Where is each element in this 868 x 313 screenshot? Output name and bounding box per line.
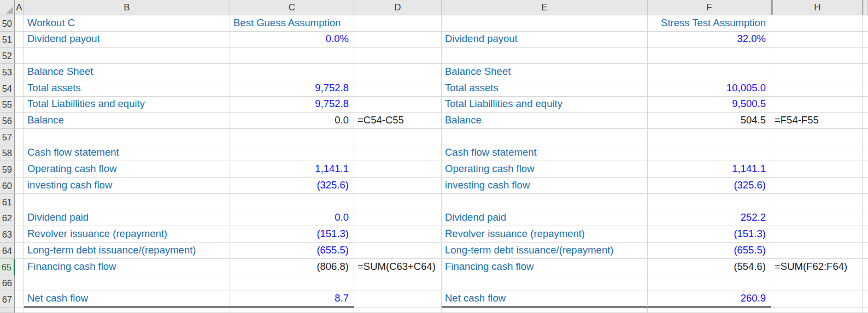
row-header-59[interactable]: 59 bbox=[0, 161, 15, 178]
cell-B51[interactable]: Dividend payout bbox=[24, 32, 230, 48]
cell-C64[interactable]: (655.5) bbox=[230, 243, 354, 259]
row-header-65[interactable]: 65 bbox=[0, 259, 15, 275]
cell-C60[interactable]: (325.6) bbox=[230, 178, 354, 194]
cell-D65[interactable]: =SUM(C63+C64) bbox=[354, 259, 442, 275]
row-header-52[interactable]: 52 bbox=[0, 48, 15, 64]
col-header-F[interactable]: F bbox=[648, 0, 771, 15]
cell-F62[interactable]: 252.2 bbox=[648, 210, 771, 227]
cell-C52[interactable] bbox=[230, 48, 354, 64]
row-header-51[interactable]: 51 bbox=[0, 32, 15, 48]
row-header-50[interactable]: 50 bbox=[0, 15, 15, 32]
cell-B65[interactable]: Financing cash flow bbox=[24, 259, 230, 275]
cell-C62[interactable]: 0.0 bbox=[230, 210, 354, 227]
cell-H64[interactable] bbox=[771, 243, 863, 259]
cell-B55[interactable]: Total Liabillities and equity bbox=[24, 97, 230, 113]
cell-edge51[interactable] bbox=[863, 32, 868, 48]
cell-F59[interactable]: 1,141.1 bbox=[648, 161, 771, 178]
row-header-57[interactable]: 57 bbox=[0, 129, 15, 145]
cell-B60[interactable]: investing cash flow bbox=[24, 178, 230, 194]
cell-F52[interactable] bbox=[648, 48, 771, 64]
cell-H66[interactable] bbox=[771, 275, 863, 292]
cell-B63[interactable]: Revolver issuance (repayment) bbox=[24, 226, 230, 243]
cell-A66[interactable] bbox=[15, 275, 24, 292]
cell-edge58[interactable] bbox=[863, 145, 868, 162]
cell-F50[interactable]: Stress Test Assumption bbox=[648, 15, 771, 32]
cell-H65[interactable]: =SUM(F62:F64) bbox=[771, 259, 863, 275]
cell-E67[interactable]: Net cash flow bbox=[442, 291, 648, 308]
cell-C67[interactable]: 8.7 bbox=[230, 291, 354, 308]
cell-B58[interactable]: Cash flow statement bbox=[24, 145, 230, 162]
cell-B[interactable] bbox=[24, 308, 230, 313]
cell-B52[interactable] bbox=[24, 48, 230, 64]
cell-H58[interactable] bbox=[771, 145, 863, 162]
cell-C59[interactable]: 1,141.1 bbox=[230, 161, 354, 178]
cell-E54[interactable]: Total assets bbox=[442, 80, 648, 97]
cell-C[interactable] bbox=[230, 308, 354, 313]
cell-H63[interactable] bbox=[771, 226, 863, 243]
cell-E63[interactable]: Revolver issuance (repayment) bbox=[442, 226, 648, 243]
cell-A64[interactable] bbox=[15, 243, 24, 259]
cell-B50[interactable]: Workout C bbox=[24, 15, 230, 32]
col-header-B[interactable]: B bbox=[24, 0, 230, 15]
cell-edge66[interactable] bbox=[863, 275, 868, 292]
cell-D52[interactable] bbox=[354, 48, 442, 64]
cell-E62[interactable]: Dividend paid bbox=[442, 210, 648, 227]
cell-F64[interactable]: (655.5) bbox=[648, 243, 771, 259]
cell-E59[interactable]: Operating cash flow bbox=[442, 161, 648, 178]
cell-A52[interactable] bbox=[15, 48, 24, 64]
cell-B59[interactable]: Operating cash flow bbox=[24, 161, 230, 178]
cell-E66[interactable] bbox=[442, 275, 648, 292]
cell-H55[interactable] bbox=[771, 97, 863, 113]
cell-F[interactable] bbox=[648, 308, 771, 313]
row-header-64[interactable]: 64 bbox=[0, 243, 15, 259]
col-header-H[interactable]: H bbox=[771, 0, 863, 15]
cell-A55[interactable] bbox=[15, 97, 24, 113]
cell-A56[interactable] bbox=[15, 113, 24, 129]
cell-F55[interactable]: 9,500.5 bbox=[648, 97, 771, 113]
cell-D63[interactable] bbox=[354, 226, 442, 243]
cell-edge56[interactable] bbox=[863, 113, 868, 129]
cell-C58[interactable] bbox=[230, 145, 354, 162]
cell-F63[interactable]: (151.3) bbox=[648, 226, 771, 243]
cell-C61[interactable] bbox=[230, 194, 354, 210]
cell-D57[interactable] bbox=[354, 129, 442, 145]
cell-A63[interactable] bbox=[15, 226, 24, 243]
cell-edge53[interactable] bbox=[863, 64, 868, 80]
cell-edge61[interactable] bbox=[863, 194, 868, 210]
cell-D60[interactable] bbox=[354, 178, 442, 194]
cell-A58[interactable] bbox=[15, 145, 24, 162]
cell-C55[interactable]: 9,752.8 bbox=[230, 97, 354, 113]
cell-H61[interactable] bbox=[771, 194, 863, 210]
cell-E52[interactable] bbox=[442, 48, 648, 64]
cell-edge[interactable] bbox=[863, 308, 868, 313]
cell-C57[interactable] bbox=[230, 129, 354, 145]
row-header-53[interactable]: 53 bbox=[0, 64, 15, 80]
cell-A62[interactable] bbox=[15, 210, 24, 227]
cell-C56[interactable]: 0.0 bbox=[230, 113, 354, 129]
row-header-62[interactable]: 62 bbox=[0, 210, 15, 227]
select-all-corner[interactable] bbox=[0, 0, 15, 15]
cell-A51[interactable] bbox=[15, 32, 24, 48]
cell-H52[interactable] bbox=[771, 48, 863, 64]
cell-F53[interactable] bbox=[648, 64, 771, 80]
cell-edge67[interactable] bbox=[863, 291, 868, 308]
row-header-55[interactable]: 55 bbox=[0, 97, 15, 113]
cell-F60[interactable]: (325.6) bbox=[648, 178, 771, 194]
cell-D56[interactable]: =C54-C55 bbox=[354, 113, 442, 129]
cell-H59[interactable] bbox=[771, 161, 863, 178]
cell-A67[interactable] bbox=[15, 291, 24, 308]
cell-H67[interactable] bbox=[771, 291, 863, 308]
cell-B67[interactable]: Net cash flow bbox=[24, 291, 230, 308]
cell-E[interactable] bbox=[442, 308, 648, 313]
cell-H60[interactable] bbox=[771, 178, 863, 194]
cell-edge55[interactable] bbox=[863, 97, 868, 113]
cell-F56[interactable]: 504.5 bbox=[648, 113, 771, 129]
cell-H56[interactable]: =F54-F55 bbox=[771, 113, 863, 129]
cell-D51[interactable] bbox=[354, 32, 442, 48]
cell-C53[interactable] bbox=[230, 64, 354, 80]
cell-D54[interactable] bbox=[354, 80, 442, 97]
cell-C51[interactable]: 0.0% bbox=[230, 32, 354, 48]
cell-D[interactable] bbox=[354, 308, 442, 313]
cell-edge57[interactable] bbox=[863, 129, 868, 145]
cell-B54[interactable]: Total assets bbox=[24, 80, 230, 97]
